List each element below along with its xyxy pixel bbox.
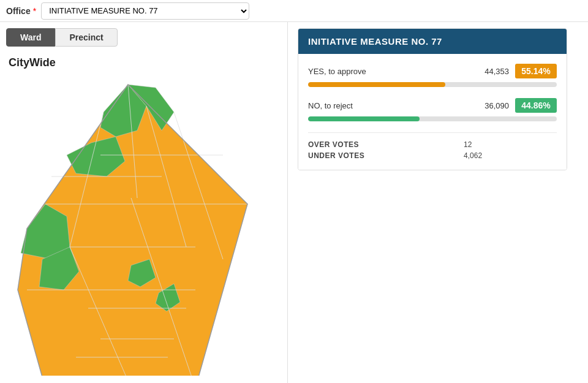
no-vote-row: NO, to reject 36,090 44.86%	[308, 98, 557, 121]
tab-precinct[interactable]: Precinct	[55, 28, 117, 47]
yes-bar-bg	[308, 82, 557, 87]
extra-stats: OVER VOTES 12 UNDER VOTES 4,062	[308, 140, 557, 160]
under-votes-value: 4,062	[464, 151, 557, 160]
no-row-top: NO, to reject 36,090 44.86%	[308, 98, 557, 113]
over-votes-label: OVER VOTES	[308, 140, 439, 149]
under-votes-label: UNDER VOTES	[308, 151, 439, 160]
yes-bar-fill	[308, 82, 445, 87]
results-header: INITIATIVE MEASURE NO. 77	[298, 29, 567, 54]
no-bar-bg	[308, 116, 557, 121]
map-container	[9, 75, 284, 376]
main-layout: Ward Precinct CityWide	[0, 22, 588, 383]
no-bar-fill	[308, 116, 420, 121]
no-label: NO, to reject	[308, 101, 353, 110]
over-votes-value: 12	[464, 140, 557, 149]
no-count: 36,090	[484, 101, 509, 110]
yes-vote-row: YES, to approve 44,353 55.14%	[308, 64, 557, 87]
citywide-label: CityWide	[9, 56, 281, 69]
header-bar: Office * INITIATIVE MEASURE NO. 77	[0, 0, 588, 22]
divider	[308, 132, 557, 133]
tab-group: Ward Precinct	[6, 28, 281, 47]
yes-row-top: YES, to approve 44,353 55.14%	[308, 64, 557, 78]
no-right: 36,090 44.86%	[484, 98, 557, 113]
yes-right: 44,353 55.14%	[484, 64, 557, 78]
right-panel: INITIATIVE MEASURE NO. 77 YES, to approv…	[288, 22, 588, 383]
yes-pct-badge: 55.14%	[515, 64, 557, 78]
office-select[interactable]: INITIATIVE MEASURE NO. 77	[41, 2, 249, 20]
yes-count: 44,353	[484, 67, 509, 76]
results-body: YES, to approve 44,353 55.14% NO, to rej…	[298, 54, 567, 170]
tab-ward[interactable]: Ward	[6, 28, 55, 47]
yes-label: YES, to approve	[308, 67, 366, 76]
dc-map	[9, 75, 284, 376]
results-card: INITIATIVE MEASURE NO. 77 YES, to approv…	[298, 28, 567, 170]
left-panel: Ward Precinct CityWide	[0, 22, 288, 383]
required-star: *	[33, 6, 36, 16]
no-pct-badge: 44.86%	[515, 98, 557, 113]
office-label: Office	[6, 6, 31, 16]
